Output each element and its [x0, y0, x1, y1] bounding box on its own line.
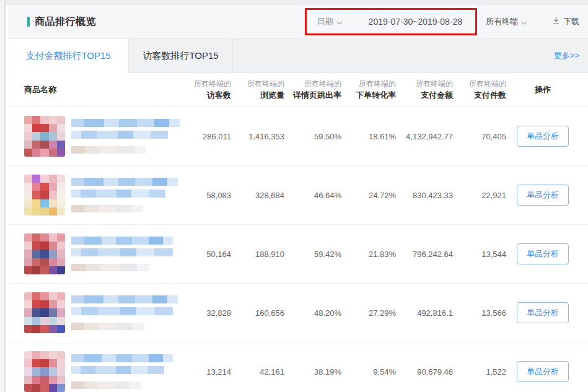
mosaic-pixel [49, 384, 57, 392]
date-filter-dropdown[interactable]: 日期 [317, 16, 343, 27]
mosaic-pixel [32, 376, 40, 384]
more-link[interactable]: 更多>> [554, 50, 579, 61]
mosaic-pixel [57, 266, 65, 274]
mosaic-pixel [24, 258, 32, 266]
mosaic-pixel [32, 250, 40, 258]
date-range-value[interactable]: 2019-07-30~2019-08-28 [369, 17, 462, 27]
metric-value-1: 42,161 [231, 367, 284, 377]
column-header-name: 访客数 [186, 89, 231, 102]
column-header-name: 支付金额 [396, 89, 453, 102]
mosaic-pixel [57, 149, 65, 157]
product-image-blurred[interactable] [24, 351, 65, 392]
product-ranking-panel: 商品排行概览 日期 2019-07-30~2019-08-28 所有终端 下 [8, 5, 588, 392]
mosaic-pixel [49, 233, 57, 242]
terminal-dropdown[interactable]: 所有终端 [486, 16, 527, 27]
left-gutter [0, 0, 6, 392]
metric-value-4: 796,242.64 [396, 250, 453, 259]
action-cell: 单品分析 [506, 243, 579, 264]
mosaic-pixel [57, 325, 65, 333]
tab-payment-ranking[interactable]: 支付金额排行TOP15 [8, 39, 129, 73]
mosaic-pixel [32, 175, 40, 183]
product-title-blurred[interactable] [71, 178, 178, 212]
product-cell [24, 351, 186, 392]
metric-value-3: 24.72% [341, 191, 396, 200]
product-title-blurred[interactable] [71, 119, 180, 154]
mosaic-pixel [49, 141, 57, 149]
tab-visitor-ranking[interactable]: 访客数排行TOP15 [129, 39, 233, 72]
metric-value-5: 22,921 [453, 191, 506, 200]
column-header-metric-4: 所有终端的支付金额 [396, 78, 453, 102]
column-header-metric-3: 所有终端的下单转化率 [341, 78, 396, 102]
product-image-blurred[interactable] [24, 233, 65, 274]
single-product-analysis-button[interactable]: 单品分析 [517, 302, 569, 323]
column-header-metric-5: 所有终端的支付件数 [453, 78, 506, 102]
column-header-name: 详情页跳出率 [284, 89, 341, 102]
mosaic-pixel [32, 233, 40, 242]
metric-value-4: 830,423.33 [396, 191, 453, 200]
mosaic-pixel [24, 242, 32, 250]
mosaic-pixel [32, 242, 40, 250]
mosaic-pixel [57, 175, 65, 183]
mosaic-pixel [40, 266, 48, 274]
product-title-blurred[interactable] [71, 295, 178, 330]
metric-value-1: 160,656 [231, 308, 284, 318]
mosaic-pixel [49, 367, 57, 375]
column-header-prefix: 所有终端的 [231, 78, 284, 89]
mosaic-pixel [32, 124, 40, 132]
metric-value-2: 59.42% [284, 250, 341, 259]
product-title-blurred[interactable] [71, 237, 173, 271]
metric-value-4: 492,816.1 [396, 308, 453, 318]
mosaic-pixel [24, 124, 32, 132]
title-accent-bar [27, 17, 30, 27]
mosaic-pixel [57, 124, 65, 132]
product-image-blurred[interactable] [24, 292, 65, 333]
tabbar-spacer: 更多>> [233, 39, 588, 72]
metric-value-2: 38.19% [284, 367, 341, 377]
mosaic-pixel [24, 325, 32, 333]
table-row: 50,164188,91059.42%21.83%796,242.6413,54… [8, 224, 588, 283]
mosaic-pixel [32, 149, 40, 157]
column-header-prefix: 所有终端的 [341, 78, 396, 89]
mosaic-pixel [49, 132, 57, 140]
product-image-blurred[interactable] [24, 175, 65, 216]
download-button[interactable]: 下载 [552, 16, 579, 27]
product-title-blurred[interactable] [71, 354, 173, 389]
product-image-blurred[interactable] [24, 116, 65, 157]
mosaic-pixel [40, 308, 48, 316]
single-product-analysis-button[interactable]: 单品分析 [517, 361, 569, 382]
mosaic-pixel [57, 183, 65, 191]
action-cell: 单品分析 [506, 302, 579, 323]
single-product-analysis-button[interactable]: 单品分析 [517, 126, 569, 147]
column-header-prefix: 所有终端的 [396, 78, 453, 89]
mosaic-pixel [40, 242, 48, 250]
blurred-text-line [71, 381, 141, 389]
metric-value-5: 1,522 [453, 367, 506, 377]
blurred-text-line [71, 237, 173, 245]
metric-value-3: 9.54% [341, 367, 396, 377]
mosaic-pixel [32, 308, 40, 316]
table-row: 32,828160,65648.20%27.29%492,816.113,566… [8, 283, 588, 342]
mosaic-pixel [49, 149, 57, 157]
single-product-analysis-button[interactable]: 单品分析 [517, 185, 569, 206]
mosaic-pixel [49, 308, 57, 316]
mosaic-pixel [40, 258, 48, 266]
mosaic-pixel [57, 132, 65, 140]
mosaic-pixel [57, 116, 65, 124]
table-row: 58,083328,68446.64%24.72%830,423.3322,92… [8, 165, 588, 224]
mosaic-pixel [24, 141, 32, 149]
product-cell [24, 175, 186, 216]
mosaic-pixel [24, 384, 32, 392]
metric-value-0: 50,164 [186, 250, 231, 259]
mosaic-pixel [32, 199, 40, 207]
column-header-metric-1: 所有终端的浏览量 [231, 78, 284, 102]
column-header-prefix: 所有终端的 [453, 78, 506, 89]
table-row: 13,21442,16138.19%9.54%90,679.461,522单品分… [8, 342, 588, 392]
single-product-analysis-button[interactable]: 单品分析 [517, 243, 569, 264]
blurred-text-line [71, 189, 165, 198]
mosaic-pixel [32, 325, 40, 333]
mosaic-pixel [57, 317, 65, 325]
product-cell [24, 233, 186, 274]
mosaic-pixel [24, 250, 32, 258]
column-header-name: 下单转化率 [341, 89, 396, 102]
blurred-text-line [71, 131, 168, 139]
